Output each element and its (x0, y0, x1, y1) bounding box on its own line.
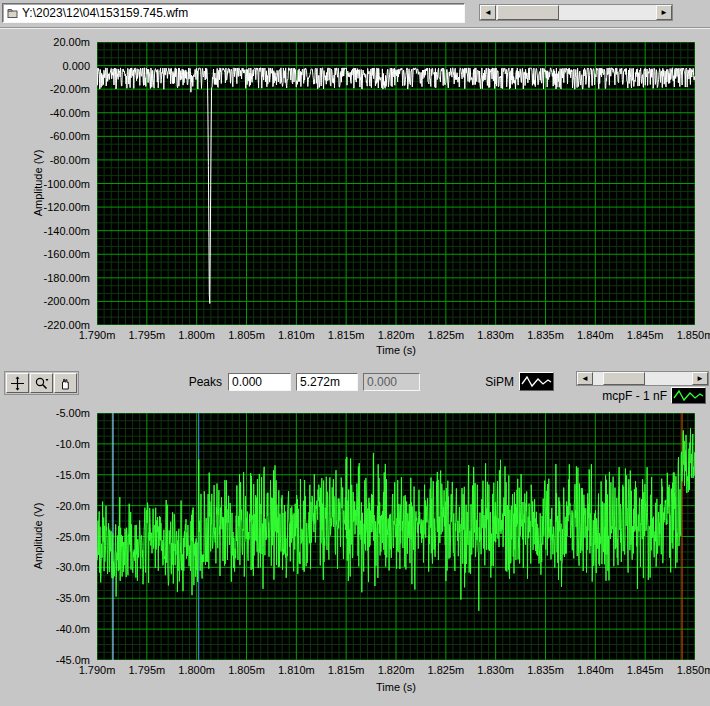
y-tick-label: -160.00m (44, 248, 90, 260)
left-arrow-icon: ◄ (484, 9, 492, 17)
graph-toolbar: Peaks SiPM ◄ ► mcpF - 1 nF (0, 368, 710, 401)
zoom-tool-button[interactable] (30, 373, 53, 393)
y-tick-label: -120.00m (44, 201, 90, 213)
file-path-text: Y:\2023\12\04\153159.745.wfm (22, 6, 188, 20)
y-tick-label: -35.0m (56, 592, 90, 604)
x-tick-label: 1.820m (378, 329, 415, 341)
y-tick-label: -200.00m (44, 295, 90, 307)
divider (0, 27, 710, 29)
x-tick-label: 1.845m (627, 329, 664, 341)
legend-scrollbar-thumb[interactable] (603, 372, 645, 385)
pan-tool-button[interactable] (54, 373, 77, 393)
y-tick-label: 20.00m (53, 36, 90, 48)
x-tick-labels: 1.790m1.795m1.800m1.805m1.810m1.815m1.82… (97, 329, 695, 343)
x-tick-label: 1.840m (577, 329, 614, 341)
cursor-tool-button[interactable] (6, 373, 29, 393)
x-tick-label: 1.850m (677, 664, 710, 676)
plot-legend-scrollbar[interactable]: ◄ ► (576, 371, 709, 386)
x-tick-label: 1.830m (477, 664, 514, 676)
x-tick-label: 1.815m (328, 664, 365, 676)
peak-field-2[interactable] (296, 373, 358, 391)
x-tick-label: 1.820m (378, 664, 415, 676)
x-tick-label: 1.810m (278, 329, 315, 341)
x-tick-label: 1.815m (328, 329, 365, 341)
x-tick-label: 1.835m (527, 664, 564, 676)
x-tick-label: 1.790m (79, 664, 116, 676)
right-arrow-icon: ► (660, 9, 668, 17)
x-axis-title: Time (s) (97, 344, 695, 356)
y-tick-label: -10.0m (56, 438, 90, 450)
waveform-viewer-window: Y:\2023\12\04\153159.745.wfm ◄ ► Amplitu… (0, 0, 710, 706)
graph-palette (4, 371, 79, 395)
x-tick-label: 1.805m (228, 664, 265, 676)
y-tick-label: -15.0m (56, 469, 90, 481)
hand-icon (58, 376, 73, 391)
sipm-graph: Amplitude (V) 20.00m0.000-20.00m-40.00m-… (0, 30, 710, 368)
peak-field-1[interactable] (228, 373, 291, 391)
x-tick-label: 1.850m (677, 329, 710, 341)
peak-field-3[interactable] (363, 373, 420, 391)
y-tick-label: -30.0m (56, 561, 90, 573)
y-tick-label: -25.0m (56, 531, 90, 543)
y-tick-label: -5.00m (56, 407, 90, 419)
y-tick-label: -60.00m (50, 130, 90, 142)
legend-scroll-left-button[interactable]: ◄ (577, 372, 593, 385)
x-tick-label: 1.840m (577, 664, 614, 676)
scroll-right-button[interactable]: ► (656, 5, 672, 20)
top-bar: Y:\2023\12\04\153159.745.wfm ◄ ► (0, 0, 710, 27)
x-tick-labels: 1.790m1.795m1.800m1.805m1.810m1.815m1.82… (97, 664, 695, 678)
y-tick-label: -140.00m (44, 225, 90, 237)
left-arrow-icon: ◄ (581, 375, 589, 383)
mcp-graph: Amplitude (V) -5.00m-10.0m-15.0m-20.0m-2… (0, 401, 710, 706)
scrollbar-thumb[interactable] (497, 5, 559, 20)
y-tick-label: -100.00m (44, 178, 90, 190)
x-axis-title: Time (s) (97, 681, 695, 693)
legend-scroll-right-button[interactable]: ► (692, 372, 708, 385)
x-tick-label: 1.825m (427, 329, 464, 341)
y-tick-label: -20.0m (56, 500, 90, 512)
x-tick-label: 1.835m (527, 329, 564, 341)
y-tick-labels: -5.00m-10.0m-15.0m-20.0m-25.0m-30.0m-35.… (0, 413, 92, 660)
y-tick-label: -80.00m (50, 154, 90, 166)
mcp-legend-line (674, 391, 703, 400)
x-tick-label: 1.830m (477, 329, 514, 341)
right-arrow-icon: ► (696, 375, 704, 383)
peaks-label: Peaks (158, 375, 222, 389)
y-tick-labels: 20.00m0.000-20.00m-40.00m-60.00m-80.00m-… (0, 42, 92, 325)
path-icon (7, 8, 18, 19)
x-tick-label: 1.825m (427, 664, 464, 676)
y-tick-label: -40.00m (50, 107, 90, 119)
sipm-legend-line (522, 377, 551, 386)
scrollbar-track[interactable] (496, 5, 656, 20)
y-tick-label: -40.0m (56, 623, 90, 635)
x-tick-label: 1.790m (79, 329, 116, 341)
mcp-plot-area[interactable] (97, 413, 695, 660)
legend-sipm-label: SiPM (468, 375, 514, 389)
y-tick-label: -20.00m (50, 83, 90, 95)
x-tick-label: 1.800m (178, 664, 215, 676)
x-tick-label: 1.795m (128, 664, 165, 676)
y-tick-label: 0.000 (62, 60, 90, 72)
sipm-waveform-icon[interactable] (519, 372, 554, 391)
scroll-left-button[interactable]: ◄ (480, 5, 496, 20)
magnifier-icon (34, 376, 49, 391)
legend-scrollbar-track[interactable] (593, 372, 692, 385)
crosshair-icon (10, 376, 25, 391)
x-tick-label: 1.810m (278, 664, 315, 676)
sipm-plot-area[interactable] (97, 42, 695, 325)
x-tick-label: 1.795m (128, 329, 165, 341)
y-tick-label: -180.00m (44, 272, 90, 284)
x-tick-label: 1.800m (178, 329, 215, 341)
file-path-control[interactable]: Y:\2023\12\04\153159.745.wfm (2, 3, 465, 23)
x-tick-label: 1.845m (627, 664, 664, 676)
x-tick-label: 1.805m (228, 329, 265, 341)
file-scrollbar[interactable]: ◄ ► (479, 4, 673, 21)
